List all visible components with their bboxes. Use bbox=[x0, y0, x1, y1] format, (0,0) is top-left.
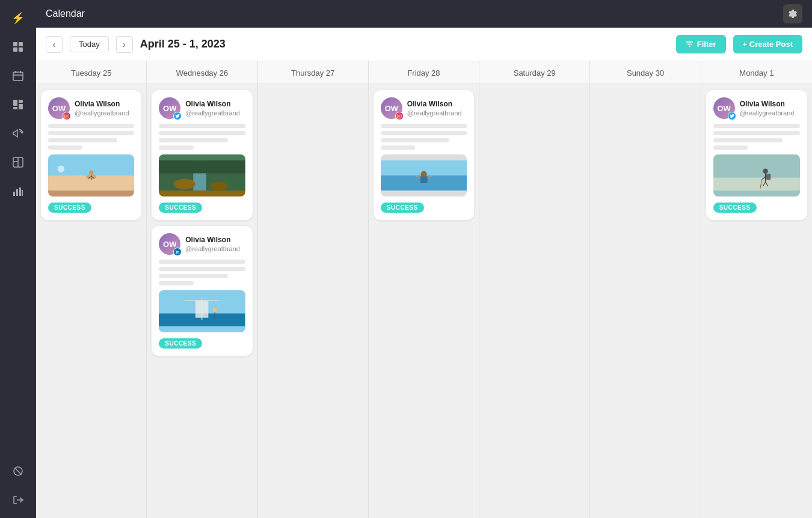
text-line bbox=[48, 131, 134, 135]
text-line bbox=[381, 145, 415, 150]
svg-rect-16 bbox=[16, 189, 18, 196]
main-content: Calendar ‹ Today › April 25 - 1, 2023 Fi… bbox=[36, 0, 812, 518]
post-author-info: Olivia Wilson @reallygreatbrand bbox=[185, 236, 240, 252]
author-handle: @reallygreatbrand bbox=[75, 109, 129, 117]
post-card[interactable]: OW Olivia Wilson @reallygreatbrand bbox=[152, 90, 252, 220]
day-content-monday: OW Olivia Wilson @reallygreatbrand bbox=[701, 84, 812, 518]
author-handle: @reallygreatbrand bbox=[740, 109, 795, 117]
post-text-lines bbox=[713, 124, 800, 150]
svg-point-39 bbox=[174, 179, 195, 189]
svg-point-40 bbox=[211, 182, 228, 190]
avatar: OW bbox=[381, 97, 402, 119]
status-badge: SUCCESS bbox=[713, 203, 757, 213]
text-line bbox=[381, 131, 467, 135]
post-author-info: Olivia Wilson @reallygreatbrand bbox=[407, 100, 462, 117]
post-header: OW in Olivia Wilson @reallygreatbrand bbox=[159, 233, 245, 255]
post-card[interactable]: OW in Olivia Wilson @reallygreatbrand bbox=[152, 226, 252, 356]
day-thursday: Thursday 27 bbox=[258, 61, 369, 518]
svg-line-20 bbox=[15, 468, 22, 475]
post-image bbox=[713, 154, 800, 197]
post-text-lines bbox=[159, 124, 245, 150]
text-line bbox=[159, 267, 245, 271]
sidebar-item-chart[interactable] bbox=[6, 179, 30, 203]
filter-icon bbox=[686, 40, 694, 48]
post-text-lines bbox=[159, 260, 245, 285]
day-header-sunday: Sunday 30 bbox=[590, 61, 700, 84]
sidebar: ⚡ bbox=[0, 0, 36, 518]
text-line bbox=[713, 145, 748, 150]
post-card[interactable]: OW Olivia Wilson @reallygreatbrand bbox=[706, 90, 807, 220]
svg-point-49 bbox=[399, 115, 401, 117]
text-line bbox=[159, 138, 228, 142]
sidebar-item-media[interactable] bbox=[6, 93, 30, 117]
post-author-info: Olivia Wilson @reallygreatbrand bbox=[75, 100, 129, 117]
sidebar-item-layout[interactable] bbox=[6, 150, 30, 174]
create-post-button[interactable]: + Create Post bbox=[733, 35, 802, 53]
day-wednesday: Wednesday 26 OW Olivia Wil bbox=[147, 61, 257, 518]
post-author-info: Olivia Wilson @reallygreatbrand bbox=[185, 100, 240, 117]
svg-point-32 bbox=[89, 170, 93, 174]
svg-rect-0 bbox=[13, 42, 17, 46]
settings-button[interactable] bbox=[783, 4, 802, 23]
svg-rect-9 bbox=[19, 100, 23, 103]
text-line bbox=[713, 131, 800, 135]
svg-rect-18 bbox=[22, 190, 23, 196]
navbar: ‹ Today › April 25 - 1, 2023 Filter + Cr… bbox=[36, 28, 812, 61]
text-line bbox=[381, 138, 450, 142]
sidebar-item-calendar[interactable] bbox=[6, 64, 30, 88]
day-content-friday: OW Olivia Wilson @reallygreatbrand bbox=[369, 84, 479, 518]
post-text-lines bbox=[381, 124, 467, 150]
svg-rect-10 bbox=[19, 104, 23, 109]
svg-rect-4 bbox=[13, 72, 23, 81]
text-line bbox=[713, 138, 783, 142]
text-line bbox=[159, 260, 245, 264]
avatar: OW bbox=[48, 97, 70, 119]
svg-rect-1 bbox=[19, 42, 23, 46]
post-card[interactable]: OW Olivia Wilson @reallygreatbrand bbox=[41, 90, 141, 220]
day-saturday: Saturday 29 bbox=[479, 61, 590, 518]
text-line bbox=[159, 124, 245, 128]
twitter-badge bbox=[173, 112, 182, 120]
post-image bbox=[159, 154, 245, 197]
text-line bbox=[159, 281, 193, 285]
sidebar-item-flash[interactable]: ⚡ bbox=[6, 6, 30, 30]
day-tuesday: Tuesday 25 OW Olivia Wilson bbox=[36, 61, 147, 518]
day-header-tuesday: Tuesday 25 bbox=[36, 61, 146, 84]
svg-point-50 bbox=[400, 115, 401, 115]
text-line bbox=[48, 145, 82, 150]
svg-rect-11 bbox=[13, 107, 17, 109]
prev-button[interactable]: ‹ bbox=[46, 36, 63, 53]
sidebar-item-megaphone[interactable] bbox=[6, 121, 30, 145]
svg-point-27 bbox=[68, 115, 69, 115]
post-image bbox=[159, 290, 245, 332]
author-name: Olivia Wilson bbox=[740, 100, 795, 109]
author-handle: @reallygreatbrand bbox=[185, 109, 240, 117]
svg-rect-58 bbox=[713, 160, 800, 178]
day-header-thursday: Thursday 27 bbox=[258, 61, 368, 84]
day-header-saturday: Saturday 29 bbox=[479, 61, 589, 84]
svg-rect-17 bbox=[19, 187, 21, 196]
day-content-saturday bbox=[479, 84, 589, 518]
svg-point-26 bbox=[66, 115, 68, 117]
post-text-lines bbox=[48, 124, 134, 150]
filter-button[interactable]: Filter bbox=[676, 35, 726, 53]
day-header-wednesday: Wednesday 26 bbox=[147, 61, 257, 84]
day-header-friday: Friday 28 bbox=[369, 61, 479, 84]
day-friday: Friday 28 OW Olivia Wilson bbox=[369, 61, 479, 518]
author-name: Olivia Wilson bbox=[75, 100, 129, 109]
linkedin-badge: in bbox=[173, 248, 182, 256]
status-badge: SUCCESS bbox=[159, 203, 202, 213]
post-header: OW Olivia Wilson @reallygreatbrand bbox=[159, 97, 245, 119]
sidebar-item-block[interactable] bbox=[6, 459, 30, 483]
sidebar-item-logout[interactable] bbox=[6, 488, 30, 512]
sidebar-item-grid[interactable] bbox=[6, 35, 30, 59]
today-button[interactable]: Today bbox=[70, 36, 109, 52]
svg-rect-15 bbox=[13, 192, 15, 196]
post-card[interactable]: OW Olivia Wilson @reallygreatbrand bbox=[374, 90, 474, 220]
svg-point-54 bbox=[420, 171, 426, 177]
author-handle: @reallygreatbrand bbox=[185, 245, 240, 252]
day-sunday: Sunday 30 bbox=[590, 61, 701, 518]
svg-rect-66 bbox=[766, 174, 770, 180]
avatar: OW bbox=[159, 97, 180, 119]
next-button[interactable]: › bbox=[116, 36, 133, 53]
